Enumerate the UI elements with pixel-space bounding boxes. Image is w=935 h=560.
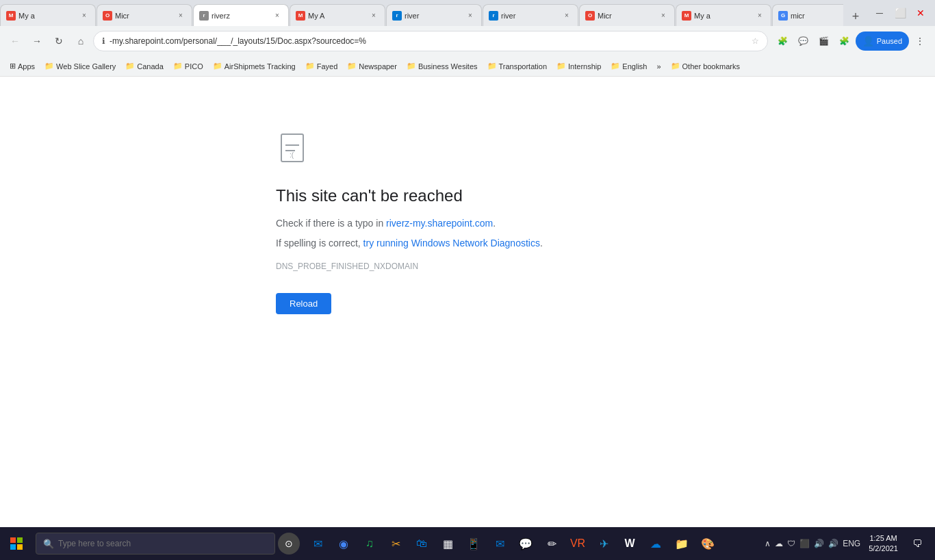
address-bar[interactable]: ℹ ☆ [93,31,768,51]
tab-close-3[interactable]: × [272,10,283,21]
cortana-icon[interactable]: ⊙ [278,533,300,555]
error-desc-spelling: If spelling is correct, try running Wind… [276,236,659,251]
spotify-taskbar-icon[interactable]: ♫ [357,531,382,556]
fileexplorer-taskbar-icon[interactable]: 📁 [669,531,694,556]
folder-icon-10: 📁 [611,62,620,71]
bm-pico[interactable]: 📁 PICO [169,60,207,73]
tab-title-4: My A [308,12,366,20]
calc-symbol: ▦ [443,537,453,550]
bm-english[interactable]: 📁 English [606,60,651,73]
bm-business[interactable]: 📁 Business Wesites [402,60,482,73]
vr-taskbar-icon[interactable]: VR [565,531,590,556]
bm-fayed[interactable]: 📁 Fayed [301,60,342,73]
taskbar-search-input[interactable] [58,539,268,548]
tab-2[interactable]: O Micr × [97,4,192,26]
calculator-taskbar-icon[interactable]: ▦ [435,531,460,556]
bm-canada[interactable]: 📁 Canada [121,60,168,73]
phonelink-taskbar-icon[interactable]: 📱 [461,531,486,556]
bm-more-bookmarks[interactable]: » [652,60,665,73]
bm-fayed-label: Fayed [317,62,338,71]
mail-taskbar-icon[interactable]: ✉ [487,531,512,556]
taskbar-search[interactable]: 🔍 [36,533,275,555]
folder-icon-1: 📁 [44,62,54,71]
system-clock[interactable]: 1:25 AM 5/2/2021 [863,533,904,555]
tab-8[interactable]: M My a × [676,4,771,26]
tray-volume-icon[interactable]: 🔊 [827,539,840,548]
tab-close-6[interactable]: × [561,10,572,21]
extensions-button[interactable]: 🧩 [835,31,854,51]
store-taskbar-icon[interactable]: 🛍 [409,531,434,556]
extension-icon-1[interactable]: 🧩 [773,31,793,51]
bm-transportation[interactable]: 📁 Transportation [483,60,552,73]
tab-close-7[interactable]: × [658,10,669,21]
telegram-taskbar-icon[interactable]: ✈ [591,531,616,556]
bm-english-label: English [622,62,647,71]
drawing-taskbar-icon[interactable]: ✏ [539,531,564,556]
snagit-taskbar-icon[interactable]: ✂ [383,531,408,556]
tabs-container: M My a × O Micr × r riverz × M My A × r [0,0,843,26]
tray-lang[interactable]: ENG [841,539,862,548]
bm-web-slice-gallery[interactable]: 📁 Web Slice Gallery [40,60,120,73]
menu-button[interactable]: ⋮ [910,31,930,51]
new-tab-button[interactable]: + [846,7,865,26]
tray-show-hidden[interactable]: ∧ [763,539,772,548]
reload-button-page[interactable]: Reload [276,293,331,314]
toolbar-right: 🧩 💬 🎬 🧩 👤 Paused ⋮ [773,31,930,51]
extension-icon-3[interactable]: 🎬 [815,31,834,51]
tab-title-8: My a [694,12,752,20]
tray-network-icon[interactable]: 🔊 [812,539,825,548]
bm-pico-label: PICO [185,62,203,71]
folder-icon-6: 📁 [347,62,357,71]
outlook-taskbar-icon[interactable]: ✉ [305,531,330,556]
tab-close-1[interactable]: × [79,10,90,21]
tab-6[interactable]: r river × [483,4,578,26]
error-desc-text: Check if there is a typo in [276,218,386,229]
tray-cloudup-icon[interactable]: ☁ [773,539,784,548]
tray-icon-extra[interactable]: ⬛ [798,539,811,548]
forward-button[interactable]: → [27,31,47,51]
site-info-icon[interactable]: ℹ [102,36,105,46]
network-diagnostics-link[interactable]: try running Windows Network Diagnostics [363,238,540,249]
tab-close-5[interactable]: × [465,10,476,21]
home-button[interactable]: ⌂ [71,31,90,51]
phone-symbol: 📱 [467,537,481,550]
notification-button[interactable]: 🗨 [905,531,930,556]
bm-other-bookmarks[interactable]: 📁 Other bookmarks [667,60,744,73]
tab-close-4[interactable]: × [368,10,379,21]
close-button[interactable]: ✕ [912,4,930,22]
bm-apps[interactable]: ⊞ Apps [5,60,39,73]
tab-7[interactable]: O Micr × [579,4,675,26]
whatsapp-taskbar-icon[interactable]: 💬 [513,531,538,556]
tab-close-2[interactable]: × [175,10,186,21]
minimize-button[interactable]: ─ [871,4,888,22]
profile-label: Paused [877,37,902,45]
tab-5[interactable]: r river × [386,4,482,26]
bm-airshipments[interactable]: 📁 AirShipmets Tracking [209,60,300,73]
start-button[interactable] [0,527,33,560]
tab-9[interactable]: G micr × [772,4,843,26]
word-taskbar-icon[interactable]: W [617,531,642,556]
bm-business-label: Business Wesites [418,62,478,71]
tab-close-8[interactable]: × [754,10,765,21]
bm-newspaper[interactable]: 📁 Newspaper [343,60,401,73]
maximize-button[interactable]: ⬜ [891,4,909,22]
chrome-taskbar-icon[interactable]: ◉ [331,531,356,556]
error-url-link[interactable]: riverz-my.sharepoint.com [386,218,493,229]
tab-1[interactable]: M My a × [0,4,96,26]
onedrive-taskbar-icon[interactable]: ☁ [643,531,668,556]
extension-icon-2[interactable]: 💬 [794,31,813,51]
reload-button[interactable]: ↻ [49,31,68,51]
tab-3[interactable]: r riverz × [193,4,289,26]
svg-text::(: :( [290,151,294,159]
url-input[interactable] [110,36,747,46]
back-button[interactable]: ← [5,31,25,51]
bm-internship[interactable]: 📁 Internship [552,60,605,73]
paint-taskbar-icon[interactable]: 🎨 [695,531,720,556]
tab-4[interactable]: M My A × [290,4,385,26]
tray-antivirus-icon[interactable]: 🛡 [786,539,797,548]
profile-button[interactable]: 👤 Paused [856,31,909,51]
tab-favicon-3: r [199,11,209,21]
folder-icon-3: 📁 [173,62,183,71]
bm-internship-label: Internship [568,62,601,71]
bookmark-star-icon[interactable]: ☆ [752,36,759,46]
